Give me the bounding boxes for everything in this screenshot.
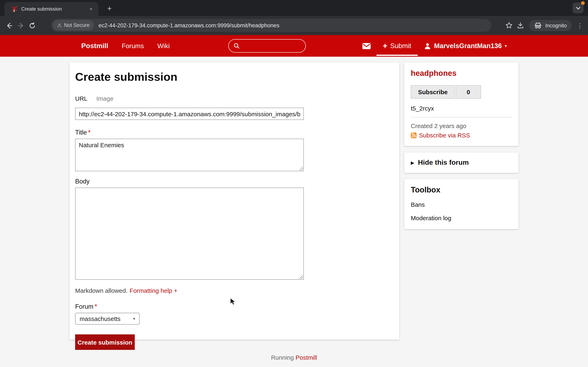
required-asterisk: * [95, 303, 97, 310]
forum-id: t5_2rcyx [411, 105, 512, 112]
footer-postmill-link[interactable]: Postmill [296, 354, 317, 361]
forum-name-link[interactable]: headphones [411, 69, 512, 78]
toolbox-card: Toolbox Bans Moderation log [404, 179, 519, 229]
back-icon[interactable] [4, 20, 15, 31]
toolbox-title: Toolbox [411, 185, 512, 194]
nav-submit[interactable]: + Submit [376, 35, 418, 57]
required-asterisk: * [88, 129, 90, 136]
user-menu[interactable]: MarvelsGrantMan136 ▾ [424, 42, 507, 50]
brand-link[interactable]: Postmill [81, 42, 108, 50]
select-caret-icon: ▾ [133, 317, 135, 321]
site-search[interactable] [228, 39, 306, 53]
forward-icon[interactable] [15, 20, 26, 31]
url-input[interactable] [75, 108, 304, 120]
postmill-windmill-favicon-icon [11, 6, 17, 12]
url-bar[interactable]: ⚠ Not Secure ec2-44-202-179-34.compute-1… [51, 19, 491, 32]
body-field-wrap [75, 188, 304, 280]
url-text[interactable]: ec2-44-202-179-34.compute-1.amazonaws.co… [99, 22, 279, 28]
rss-icon [411, 132, 416, 138]
bookmark-star-icon[interactable] [503, 20, 515, 31]
media-type-tabs: URL Image [75, 95, 394, 102]
markdown-note: Markdown allowed.Formatting help + [75, 287, 394, 294]
create-submission-button[interactable]: Create submission [75, 334, 135, 350]
tab-url[interactable]: URL [75, 95, 87, 102]
toolbar-right-icons: Incognito ⋮ [503, 16, 585, 35]
hide-forum-card[interactable]: ▶ Hide this forum [404, 152, 519, 173]
security-chip[interactable]: ⚠ Not Secure [53, 20, 94, 31]
forum-created-text: Created 2 years ago [411, 122, 512, 129]
tab-close-icon[interactable]: × [88, 6, 94, 12]
navbar-right: + Submit MarvelsGrantMan136 ▾ [362, 35, 507, 57]
active-tab-underline [376, 55, 418, 56]
tab-search-button[interactable] [572, 2, 584, 13]
nav-link-forums[interactable]: Forums [122, 42, 144, 50]
screen: Create submission × + ⚠ Not Secure ec2-4… [0, 0, 588, 367]
rss-subscribe-link[interactable]: Subscribe via RSS [419, 132, 470, 139]
subscribe-button[interactable]: Subscribe [411, 85, 455, 99]
footer: Running Postmill [0, 354, 588, 361]
nav-link-wiki[interactable]: Wiki [157, 42, 170, 50]
tab-title: Create submission [21, 6, 88, 12]
page-title: Create submission [75, 71, 394, 83]
messages-envelope-icon[interactable] [362, 43, 371, 49]
formatting-help-link[interactable]: Formatting help + [130, 287, 177, 294]
person-icon [424, 43, 431, 49]
incognito-label: Incognito [545, 22, 567, 29]
browser-menu-icon[interactable]: ⋮ [575, 22, 585, 29]
notification-dot [581, 1, 585, 5]
incognito-icon [534, 22, 542, 29]
site-navbar: Postmill Forums Wiki + Submit [0, 35, 588, 57]
search-input[interactable] [242, 42, 301, 50]
title-field-wrap: Natural Enemies [75, 139, 304, 171]
warning-icon: ⚠ [57, 22, 62, 28]
forum-select-value: massachusetts [80, 315, 133, 322]
toolbox-item-bans[interactable]: Bans [411, 201, 512, 208]
title-label: Title* [75, 129, 394, 136]
subscriber-count: 0 [456, 85, 481, 99]
forum-select[interactable]: massachusetts ▾ [75, 313, 140, 325]
page-content: Create submission URL Image Title* Natur… [0, 57, 588, 367]
security-label: Not Secure [64, 22, 90, 28]
mouse-cursor [230, 298, 236, 308]
tab-image[interactable]: Image [96, 95, 113, 102]
download-icon[interactable] [515, 20, 526, 31]
resize-handle-icon[interactable] [299, 166, 303, 170]
search-icon [233, 43, 240, 49]
chevron-down-icon [575, 5, 581, 11]
username: MarvelsGrantMan136 [434, 42, 502, 50]
body-textarea[interactable] [75, 188, 304, 280]
caret-down-icon: ▾ [505, 44, 507, 48]
divider [411, 117, 512, 117]
body-label: Body [75, 178, 394, 185]
browser-tab[interactable]: Create submission × [4, 2, 98, 16]
new-tab-icon[interactable]: + [104, 3, 115, 14]
footer-prefix: Running [271, 354, 294, 361]
disclosure-triangle-icon: ▶ [411, 160, 414, 165]
plus-icon: + [383, 42, 387, 50]
toolbox-item-moderation-log[interactable]: Moderation log [411, 215, 512, 221]
incognito-badge: Incognito [529, 20, 572, 31]
reload-icon[interactable] [26, 20, 38, 31]
resize-handle-icon[interactable] [299, 275, 303, 279]
browser-tab-strip: Create submission × + [0, 0, 588, 16]
title-textarea[interactable]: Natural Enemies [75, 139, 304, 171]
rss-row: Subscribe via RSS [411, 132, 512, 139]
submit-label: Submit [390, 42, 411, 50]
hide-forum-label: Hide this forum [418, 159, 469, 167]
forum-info-card: headphones Subscribe 0 t5_2rcyx Created … [404, 62, 519, 146]
subscribe-row: Subscribe 0 [411, 85, 512, 99]
browser-toolbar: ⚠ Not Secure ec2-44-202-179-34.compute-1… [0, 16, 588, 35]
